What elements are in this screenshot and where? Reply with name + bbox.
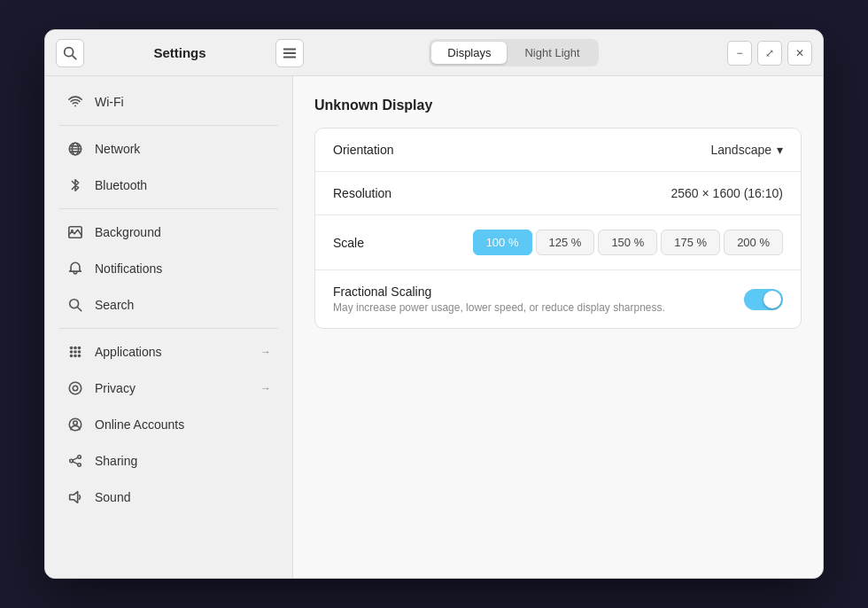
tab-displays[interactable]: Displays xyxy=(431,42,507,64)
orientation-value-text: Landscape xyxy=(710,143,771,157)
sidebar-item-privacy-label: Privacy xyxy=(95,381,136,395)
fractional-scaling-toggle[interactable] xyxy=(744,289,783,310)
orientation-value: Landscape ▾ xyxy=(710,143,783,157)
sidebar-divider-3 xyxy=(59,328,278,329)
svg-point-20 xyxy=(78,350,81,354)
sidebar-item-wifi-label: Wi-Fi xyxy=(95,95,124,109)
titlebar-center: Displays Night Light xyxy=(304,39,724,66)
sidebar-item-sharing-label: Sharing xyxy=(95,454,137,468)
sidebar-item-search-label: Search xyxy=(95,298,134,312)
svg-point-27 xyxy=(74,421,78,425)
close-button[interactable]: ✕ xyxy=(787,41,812,66)
sidebar-item-bluetooth-label: Bluetooth xyxy=(95,178,147,192)
wifi-icon xyxy=(66,93,84,111)
sidebar-item-applications-label: Applications xyxy=(95,345,162,359)
svg-line-32 xyxy=(73,462,77,464)
scale-btn-175[interactable]: 175 % xyxy=(661,230,720,255)
bluetooth-icon xyxy=(66,176,84,194)
svg-point-18 xyxy=(70,350,74,354)
search-sidebar-icon xyxy=(66,296,84,314)
search-button[interactable] xyxy=(56,39,84,67)
content-area: Unknown Display Orientation Landscape ▾ … xyxy=(293,76,823,578)
sidebar-item-network-label: Network xyxy=(95,142,140,156)
scale-btn-100[interactable]: 100 % xyxy=(473,230,532,255)
sidebar-item-notifications[interactable]: Notifications xyxy=(52,251,285,286)
online-accounts-icon xyxy=(66,416,84,433)
tab-night-light[interactable]: Night Light xyxy=(508,42,595,64)
applications-icon xyxy=(66,343,84,361)
orientation-dropdown[interactable]: Landscape ▾ xyxy=(710,143,783,157)
notifications-icon xyxy=(66,260,84,277)
fractional-top: Fractional Scaling May increase power us… xyxy=(333,285,783,314)
scale-value: 100 % 125 % 150 % 175 % 200 % xyxy=(473,230,783,255)
menu-button[interactable] xyxy=(275,39,304,67)
privacy-icon xyxy=(66,379,84,397)
svg-point-22 xyxy=(74,355,77,358)
svg-point-16 xyxy=(74,347,77,350)
sidebar-item-search[interactable]: Search xyxy=(52,287,285,323)
fractional-label: Fractional Scaling xyxy=(333,285,665,299)
svg-point-5 xyxy=(74,105,76,107)
sidebar-item-sound[interactable]: Sound xyxy=(52,479,285,515)
sharing-icon xyxy=(66,452,84,470)
sidebar: Wi-Fi Network xyxy=(45,76,293,578)
display-section-title: Unknown Display xyxy=(314,97,802,113)
minimize-button[interactable]: − xyxy=(727,41,752,66)
sidebar-divider-1 xyxy=(59,125,278,126)
sound-icon xyxy=(66,488,84,506)
svg-point-24 xyxy=(69,382,81,394)
svg-line-14 xyxy=(78,308,81,311)
tab-group: Displays Night Light xyxy=(429,39,598,66)
fractional-subtitle: May increase power usage, lower speed, o… xyxy=(333,301,665,314)
svg-rect-4 xyxy=(283,56,296,58)
sidebar-item-online-accounts[interactable]: Online Accounts xyxy=(52,407,285,442)
sidebar-item-notifications-label: Notifications xyxy=(95,261,162,276)
svg-point-17 xyxy=(78,347,81,350)
sidebar-item-privacy[interactable]: Privacy → xyxy=(52,370,285,406)
sidebar-item-background-label: Background xyxy=(95,225,161,239)
fractional-scaling-row: Fractional Scaling May increase power us… xyxy=(315,270,801,328)
svg-point-19 xyxy=(74,350,77,354)
sidebar-item-bluetooth[interactable]: Bluetooth xyxy=(52,168,285,203)
orientation-row: Orientation Landscape ▾ xyxy=(315,129,801,172)
svg-line-31 xyxy=(73,457,77,460)
orientation-label: Orientation xyxy=(333,143,393,157)
background-icon xyxy=(66,223,84,241)
scale-btn-125[interactable]: 125 % xyxy=(536,230,595,255)
svg-point-21 xyxy=(70,355,74,358)
resolution-value: 2560 × 1600 (16:10) xyxy=(671,186,784,200)
applications-arrow-icon: → xyxy=(260,346,271,358)
scale-row: Scale 100 % 125 % 150 % 175 % 200 % xyxy=(315,215,801,270)
resolution-value-text: 2560 × 1600 (16:10) xyxy=(671,186,784,200)
scale-btn-200[interactable]: 200 % xyxy=(724,230,783,255)
sidebar-item-applications[interactable]: Applications → xyxy=(52,334,285,370)
svg-point-13 xyxy=(70,300,79,308)
sidebar-item-online-accounts-label: Online Accounts xyxy=(95,417,184,432)
scale-btn-150[interactable]: 150 % xyxy=(598,230,657,255)
sidebar-item-wifi[interactable]: Wi-Fi xyxy=(52,84,285,120)
svg-point-23 xyxy=(78,355,81,358)
window-title: Settings xyxy=(91,45,268,60)
fractional-text: Fractional Scaling May increase power us… xyxy=(333,285,665,314)
maximize-button[interactable]: ⤢ xyxy=(757,41,782,66)
orientation-dropdown-arrow-icon: ▾ xyxy=(777,143,783,157)
titlebar: Settings Displays Night Light − ⤢ ✕ xyxy=(45,30,823,76)
svg-rect-3 xyxy=(283,52,296,54)
sidebar-item-network[interactable]: Network xyxy=(52,131,285,167)
svg-marker-33 xyxy=(70,492,78,503)
titlebar-left: Settings xyxy=(56,39,304,67)
scale-group: 100 % 125 % 150 % 175 % 200 % xyxy=(473,230,783,255)
svg-point-15 xyxy=(70,347,74,350)
sidebar-item-background[interactable]: Background xyxy=(52,214,285,250)
scale-label: Scale xyxy=(333,236,364,250)
svg-point-12 xyxy=(71,230,74,232)
main-content: Wi-Fi Network xyxy=(45,76,823,578)
svg-rect-2 xyxy=(283,48,296,50)
network-icon xyxy=(66,140,84,158)
display-card: Orientation Landscape ▾ Resolution 2560 … xyxy=(314,128,802,329)
resolution-label: Resolution xyxy=(333,186,391,200)
sidebar-item-sharing[interactable]: Sharing xyxy=(52,443,285,479)
svg-point-0 xyxy=(65,47,74,56)
privacy-arrow-icon: → xyxy=(260,382,271,394)
resolution-row: Resolution 2560 × 1600 (16:10) xyxy=(315,172,801,215)
